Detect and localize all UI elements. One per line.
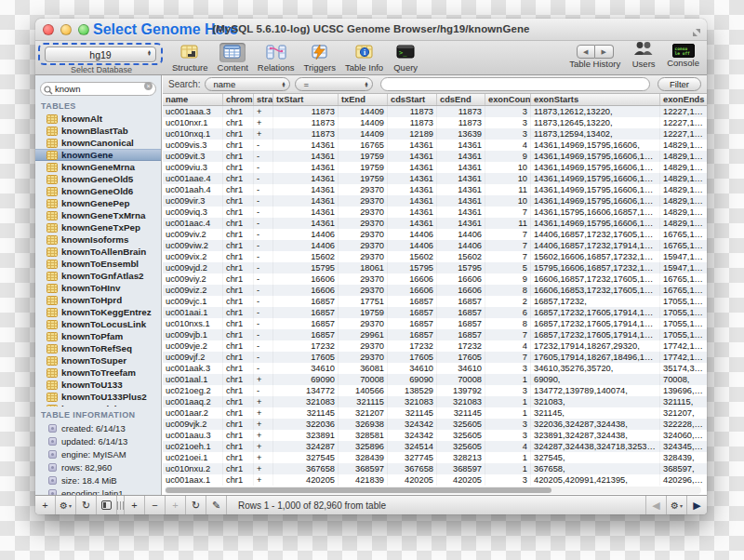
table-row[interactable]: uc021oeg.2chr1-1347721405661385291397923… (163, 385, 707, 396)
table-row[interactable]: uc010nxq.1chr1+1187314409121891363931187… (163, 128, 707, 140)
history-forward-button[interactable]: ▶ (595, 45, 614, 59)
table-header-row[interactable]: namechromstrandtxStarttxEndcdsStartcdsEn… (163, 94, 707, 106)
sidebar-item-knownGeneMrna[interactable]: knownGeneMrna (35, 161, 161, 173)
table-row[interactable]: uc001aah.4chr1-1436129370143611436111143… (163, 184, 707, 195)
sidebar-item-knownToRefSeq[interactable]: knownToRefSeq (35, 342, 161, 354)
toggle-panel-button[interactable] (97, 496, 117, 514)
edit-row-button[interactable]: ✎ (206, 496, 227, 514)
sidebar-item-knownToU133Plus2[interactable]: knownToU133Plus2 (35, 391, 161, 403)
table-row[interactable]: uc001aax.1chr1+4202054218394202054202053… (163, 474, 707, 486)
table-row[interactable]: uc009viv.2chr1-1440629370144061440671440… (163, 229, 707, 240)
filter-field-select[interactable]: name ▲▼ (205, 77, 290, 91)
sidebar-item-knownGeneOld6[interactable]: knownGeneOld6 (35, 185, 161, 197)
previous-page-button[interactable]: ◀ (645, 496, 666, 514)
sidebar-item-knownGenePep[interactable]: knownGenePep (35, 197, 161, 209)
sidebar-item-knownToLocusLink[interactable]: knownToLocusLink (35, 318, 161, 330)
column-header-txStart[interactable]: txStart (273, 94, 339, 105)
toolbar-button-query[interactable]: >_Query (388, 42, 423, 73)
console-button[interactable]: conso le off Console (667, 41, 699, 68)
sidebar-item-knownToGnfAtlas2[interactable]: knownToGnfAtlas2 (35, 270, 161, 282)
table-row[interactable]: uc001aau.3chr1+3238913285813243423256053… (163, 430, 707, 441)
add-table-button[interactable]: + (35, 496, 56, 514)
scrollbar-thumb[interactable] (166, 487, 551, 493)
sidebar-item-knownGeneTxMrna[interactable]: knownGeneTxMrna (35, 209, 161, 221)
column-header-exonCount[interactable]: exonCount (485, 94, 531, 105)
table-row[interactable]: uc010nxs.1chr1-1685729370168571685781685… (163, 318, 707, 329)
table-row[interactable]: uc001aak.3chr1-3461036081346103461033461… (163, 363, 707, 374)
filter-operator-select[interactable]: = ▲▼ (295, 77, 373, 91)
sidebar-item-knownAlt[interactable]: knownAlt (35, 113, 161, 125)
sidebar-item-knownBlastTab[interactable]: knownBlastTab (35, 125, 161, 137)
pagination-gear-button[interactable]: ⚙▾ (666, 496, 686, 514)
column-header-strand[interactable]: strand (254, 94, 273, 105)
column-header-exonStarts[interactable]: exonStarts (531, 94, 660, 105)
table-row[interactable]: uc009vjf.2chr1-1760529370176051760571760… (163, 352, 707, 363)
sidebar-item-knownGeneOld5[interactable]: knownGeneOld5 (35, 173, 161, 185)
sidebar-item-knownIsoforms[interactable]: knownIsoforms (35, 233, 161, 246)
table-row[interactable]: uc010nxr.1chr1+1187314409118731187331187… (163, 117, 707, 128)
sidebar-item-knownToAllenBrain[interactable]: knownToAllenBrain (35, 246, 161, 258)
next-page-button[interactable]: ▶ (686, 496, 707, 514)
table-row[interactable]: uc009vix.2chr1-1560229370156021560271560… (163, 251, 707, 262)
table-row[interactable]: uc009vir.3chr1-1436129370143611436110143… (163, 195, 707, 207)
sidebar-resize-handle[interactable] (117, 496, 125, 514)
filter-value-input[interactable] (380, 77, 649, 91)
sidebar-item-knownToEnsembl[interactable]: knownToEnsembl (35, 258, 161, 270)
toolbar-button-structure[interactable]: Structure (167, 42, 213, 73)
sidebar-item-knownGene[interactable]: knownGene (35, 149, 161, 161)
sidebar-item-knownGeneTxPep[interactable]: knownGeneTxPep (35, 221, 161, 233)
column-header-cdsEnd[interactable]: cdsEnd (437, 94, 485, 105)
table-row[interactable]: uc001aac.4chr1-1436129370143611436111143… (163, 218, 707, 229)
column-header-cdsStart[interactable]: cdsStart (388, 94, 437, 105)
database-select[interactable]: hg19 ▲▼ (45, 47, 156, 62)
table-row[interactable]: uc001aai.1chr1-1685719759168571685761685… (163, 307, 707, 318)
clear-search-icon[interactable]: × (144, 82, 153, 90)
table-row[interactable]: uc010nxu.2chr1+3676583685973676583685971… (163, 463, 707, 474)
table-row[interactable]: uc009vjd.2chr1-1579518061157951579551579… (163, 262, 707, 273)
horizontal-scrollbar[interactable] (165, 487, 701, 494)
table-row[interactable]: uc001aae.4chr1-1436119759143611436110143… (163, 173, 707, 184)
delete-row-button[interactable]: − (145, 496, 166, 514)
table-row[interactable]: uc009viw.2chr1-1440629370144061440671440… (163, 240, 707, 251)
history-back-button[interactable]: ◀ (577, 45, 595, 59)
table-row[interactable]: uc009viu.3chr1-1436119759143611436110143… (163, 162, 707, 173)
sidebar-item-knownToHprd[interactable]: knownToHprd (35, 294, 161, 306)
sidebar-item-knownToKeggEntrez[interactable]: knownToKeggEntrez (35, 306, 161, 318)
table-filter-input[interactable] (40, 82, 156, 96)
sidebar-item-knownCanonical[interactable]: knownCanonical (35, 137, 161, 149)
sidebar-item-knownToU133[interactable]: knownToU133 (35, 379, 161, 391)
refresh-rows-button[interactable]: ↻ (186, 496, 206, 514)
table-row[interactable]: uc009vje.2chr1-1723229370172321723241723… (163, 340, 707, 352)
table-row[interactable]: uc009viz.2chr1-1660629370166061660681660… (163, 285, 707, 296)
table-row[interactable]: uc001aar.2chr1+3211453212073211453211451… (163, 407, 707, 419)
add-row-button[interactable]: + (125, 496, 145, 514)
column-header-chrom[interactable]: chrom (223, 94, 254, 105)
toolbar-button-triggers[interactable]: Triggers (299, 42, 340, 73)
table-row[interactable]: uc001aal.1chr1+6909070008690907000816909… (163, 374, 707, 385)
column-header-exonEnds[interactable]: exonEnds (660, 94, 707, 105)
table-row[interactable]: uc009viq.3chr1-1436129370143611436171436… (163, 207, 707, 218)
toolbar-button-tableinfo[interactable]: iTable Info (340, 42, 388, 73)
table-row[interactable]: uc009vjb.1chr1-1685729961168571685771685… (163, 329, 707, 340)
toolbar-button-content[interactable]: Content (213, 42, 253, 73)
sidebar-item-knownToTreefam[interactable]: knownToTreefam (35, 367, 161, 379)
column-header-txEnd[interactable]: txEnd (339, 94, 388, 105)
table-row[interactable]: uc001aaq.2chr1+3210833211153210833210831… (163, 396, 707, 407)
sidebar-item-knownToPfam[interactable]: knownToPfam (35, 330, 161, 342)
table-row[interactable]: uc001aaa.3chr1+1187314409118731187331187… (163, 106, 707, 117)
table-row[interactable]: uc009vis.3chr1-1436116765143611436141436… (163, 140, 707, 151)
table-row[interactable]: uc009vjc.1chr1-1685717751168571685721685… (163, 296, 707, 307)
toolbar-button-relations[interactable]: Relations (253, 42, 299, 73)
duplicate-row-button[interactable]: + (166, 496, 186, 514)
table-row[interactable]: uc021oei.1chr1+3275453284393277453282131… (163, 452, 707, 463)
table-row[interactable]: uc009viy.2chr1-1660629370166061660691660… (163, 273, 707, 285)
filter-button[interactable]: Filter (658, 77, 701, 91)
table-row[interactable]: uc009vjk.2chr1+3220363269383243423256053… (163, 419, 707, 430)
table-row[interactable]: uc009vit.3chr1-1436119759143611436191436… (163, 151, 707, 162)
users-button[interactable]: Users (631, 41, 656, 69)
table-actions-gear-button[interactable]: ⚙▾ (56, 496, 76, 514)
fullscreen-icon[interactable] (692, 24, 701, 41)
sidebar-item-knownToHInv[interactable]: knownToHInv (35, 282, 161, 294)
column-header-name[interactable]: name (163, 94, 223, 105)
table-row[interactable]: uc021oeh.1chr1+3242873258963245143256054… (163, 441, 707, 452)
